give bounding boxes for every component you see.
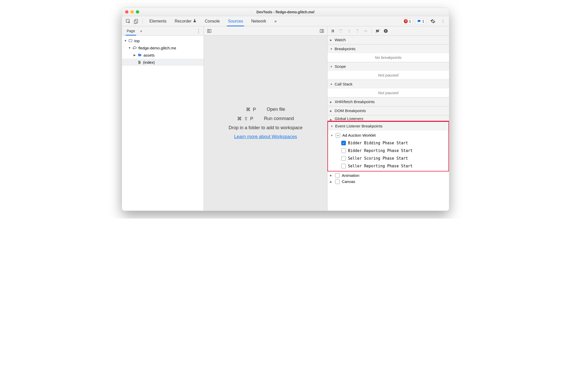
step-out-icon[interactable] bbox=[354, 27, 361, 35]
tab-console[interactable]: Console bbox=[201, 16, 224, 26]
checkbox-unchecked[interactable] bbox=[335, 173, 340, 178]
checkbox-unchecked[interactable] bbox=[341, 148, 346, 153]
callstack-empty: Not paused bbox=[327, 89, 449, 97]
file-icon bbox=[137, 60, 141, 64]
close-window-button[interactable] bbox=[125, 10, 128, 14]
elb-group-animation[interactable]: ▶ Animation bbox=[327, 171, 449, 179]
pause-icon[interactable] bbox=[329, 27, 337, 35]
pause-on-exceptions-icon[interactable] bbox=[382, 27, 390, 35]
checkbox-unchecked[interactable] bbox=[335, 179, 340, 184]
step-into-icon[interactable] bbox=[345, 27, 353, 35]
tree-file-index[interactable]: (index) bbox=[122, 59, 204, 66]
svg-rect-8 bbox=[332, 29, 333, 32]
frame-icon bbox=[128, 38, 133, 43]
tree-top-frame[interactable]: ▼ top bbox=[122, 37, 204, 44]
toggle-navigator-icon[interactable] bbox=[206, 28, 213, 34]
svg-point-12 bbox=[349, 32, 350, 33]
tree-folder-assets[interactable]: ▶ assets bbox=[122, 51, 204, 59]
inspect-element-icon[interactable] bbox=[125, 18, 132, 25]
window-title: DevTools - fledge-demo.glitch.me/ bbox=[122, 10, 449, 14]
subtab-more[interactable]: » bbox=[138, 26, 145, 36]
elb-group-ad-auction-worklet[interactable]: ▼ Ad Auction Worklet bbox=[328, 132, 448, 139]
error-badge[interactable]: ✕ 1 bbox=[402, 18, 413, 24]
zoom-window-button[interactable] bbox=[136, 10, 139, 14]
checkbox-unchecked[interactable] bbox=[341, 164, 346, 168]
triangle-down-icon: ▼ bbox=[331, 125, 334, 128]
svg-rect-21 bbox=[386, 31, 386, 32]
settings-icon[interactable] bbox=[430, 18, 436, 25]
editor-toolbar bbox=[204, 26, 327, 36]
triangle-down-icon: ▼ bbox=[330, 83, 333, 86]
navigator-menu-icon[interactable]: ⋮ bbox=[195, 28, 202, 34]
section-event-listener-breakpoints[interactable]: ▼Event Listener Breakpoints bbox=[328, 122, 448, 130]
tab-more[interactable]: » bbox=[270, 16, 281, 26]
tab-network[interactable]: Network bbox=[247, 16, 270, 26]
main-toolbar: Elements Recorder Console Sources Networ… bbox=[122, 16, 449, 26]
triangle-right-icon: ▶ bbox=[330, 174, 333, 177]
svg-point-14 bbox=[357, 32, 358, 33]
shortcut-run-command-label: Run command bbox=[264, 116, 294, 122]
elb-item-seller-scoring[interactable]: Seller Scoring Phase Start bbox=[328, 155, 448, 162]
device-toolbar-icon[interactable] bbox=[133, 18, 140, 25]
elb-item-seller-reporting[interactable]: Seller Reporting Phase Start bbox=[328, 162, 448, 170]
message-badge[interactable]: 1 bbox=[415, 18, 426, 24]
subtab-page[interactable]: Page bbox=[124, 26, 138, 36]
triangle-down-icon: ▼ bbox=[331, 134, 334, 137]
triangle-down-icon: ▼ bbox=[330, 48, 333, 50]
more-menu-icon[interactable]: ⋮ bbox=[440, 18, 446, 25]
step-icon[interactable] bbox=[362, 27, 369, 35]
navigator-panel: Page » ⋮ ▼ top ▼ fledge-demo.glitch.me ▶ bbox=[122, 26, 204, 211]
deactivate-breakpoints-icon[interactable] bbox=[374, 27, 381, 35]
triangle-down-icon: ▼ bbox=[330, 65, 333, 68]
svg-rect-9 bbox=[333, 29, 334, 32]
editor-panel: ⌘ P Open file ⌘ ⇧ P Run command Drop in … bbox=[204, 26, 327, 211]
debugger-sections: ▶Watch ▼Breakpoints No breakpoints ▼Scop… bbox=[327, 36, 449, 211]
checkbox-unchecked[interactable] bbox=[341, 156, 346, 161]
minimize-window-button[interactable] bbox=[130, 10, 134, 14]
svg-rect-2 bbox=[134, 20, 136, 24]
elb-item-bidder-bidding[interactable]: Bidder Bidding Phase Start bbox=[328, 139, 448, 147]
tab-recorder[interactable]: Recorder bbox=[171, 16, 201, 26]
svg-rect-20 bbox=[386, 30, 386, 31]
devtools-window: DevTools - fledge-demo.glitch.me/ Elemen… bbox=[122, 8, 449, 211]
section-callstack[interactable]: ▼Call Stack bbox=[327, 80, 449, 89]
elb-group-canvas[interactable]: ▶ Canvas bbox=[327, 179, 449, 184]
breakpoints-empty: No breakpoints bbox=[327, 53, 449, 62]
highlight-annotation: ▼Event Listener Breakpoints ▼ Ad Auction… bbox=[327, 121, 449, 172]
elb-item-bidder-reporting[interactable]: Bidder Reporting Phase Start bbox=[328, 147, 448, 155]
triangle-right-icon: ▶ bbox=[330, 39, 333, 41]
section-xhr-breakpoints[interactable]: ▶XHR/fetch Breakpoints bbox=[327, 97, 449, 106]
tree-domain[interactable]: ▼ fledge-demo.glitch.me bbox=[122, 44, 204, 51]
navigator-tabs: Page » ⋮ bbox=[122, 26, 204, 36]
step-over-icon[interactable] bbox=[337, 27, 345, 35]
checkbox-checked[interactable] bbox=[341, 141, 346, 145]
main-area: Page » ⋮ ▼ top ▼ fledge-demo.glitch.me ▶ bbox=[122, 26, 449, 211]
folder-icon bbox=[137, 53, 142, 57]
shortcut-open-file-keys: ⌘ P bbox=[246, 107, 256, 112]
tab-elements[interactable]: Elements bbox=[145, 16, 171, 26]
triangle-down-icon: ▼ bbox=[128, 46, 131, 49]
cloud-icon bbox=[132, 46, 137, 50]
tab-sources[interactable]: Sources bbox=[224, 16, 247, 26]
section-breakpoints[interactable]: ▼Breakpoints bbox=[327, 45, 449, 53]
triangle-right-icon: ▶ bbox=[330, 110, 333, 112]
svg-point-16 bbox=[367, 30, 368, 31]
elb-body: ▼ Ad Auction Worklet Bidder Bidding Phas… bbox=[328, 130, 448, 171]
debugger-panel: ▶Watch ▼Breakpoints No breakpoints ▼Scop… bbox=[327, 26, 449, 211]
section-scope[interactable]: ▼Scope bbox=[327, 62, 449, 71]
svg-rect-3 bbox=[129, 39, 132, 42]
file-tree: ▼ top ▼ fledge-demo.glitch.me ▶ assets (… bbox=[122, 36, 204, 67]
titlebar: DevTools - fledge-demo.glitch.me/ bbox=[122, 8, 449, 16]
scope-empty: Not paused bbox=[327, 71, 449, 80]
section-global-listeners[interactable]: ▶Global Listeners bbox=[327, 115, 449, 121]
shortcut-run-command-keys: ⌘ ⇧ P bbox=[237, 116, 254, 122]
checkbox-mixed[interactable] bbox=[336, 133, 340, 138]
workspaces-link[interactable]: Learn more about Workspaces bbox=[234, 134, 297, 139]
triangle-right-icon: ▶ bbox=[330, 118, 333, 121]
workspace-hint: Drop in a folder to add to workspace bbox=[228, 125, 302, 130]
section-watch[interactable]: ▶Watch bbox=[327, 36, 449, 44]
section-dom-breakpoints[interactable]: ▶DOM Breakpoints bbox=[327, 106, 449, 115]
triangle-right-icon: ▶ bbox=[330, 180, 333, 183]
toggle-debugger-icon[interactable] bbox=[319, 28, 325, 34]
triangle-right-icon: ▶ bbox=[330, 101, 333, 103]
